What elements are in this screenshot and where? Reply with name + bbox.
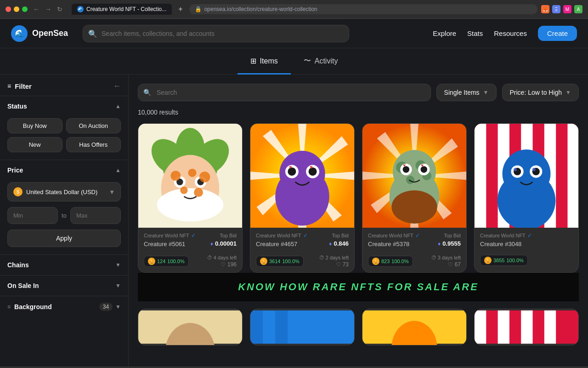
nft-name-4: Creature #3048 — [480, 241, 521, 247]
nft-image-3: ♥ ♥ — [362, 124, 466, 228]
add-tab-button[interactable]: + — [175, 4, 185, 14]
nft-bottom-3: 🏆 823 100.0% ⏱ 3 days left ♡ 67 — [362, 252, 466, 272]
nft-card-1[interactable]: Creature World NFT ✓ Top Bid Creature #5… — [138, 123, 243, 273]
price-section-header[interactable]: Price ▲ — [0, 160, 128, 180]
price-chevron: ▲ — [115, 167, 121, 173]
currency-dropdown[interactable]: $ United States Dollar (USD) ▼ — [7, 182, 121, 201]
tab-bar: 🌊 Creature World NFT - Collectio... + — [72, 4, 186, 15]
content-search-icon: 🔍 — [143, 89, 151, 96]
browser-actions: 🦊 Ξ M A — [541, 5, 582, 13]
status-section: Status ▲ Buy Now On Auction New Has Offe… — [0, 96, 128, 160]
on-sale-section-header[interactable]: On Sale In ▼ — [0, 276, 128, 296]
price-label-1: Top Bid — [220, 233, 237, 238]
svg-point-15 — [180, 187, 187, 194]
extension-icon-3[interactable]: M — [563, 5, 571, 13]
active-tab[interactable]: 🌊 Creature World NFT - Collectio... — [72, 4, 172, 15]
header-search-input[interactable] — [83, 25, 349, 42]
svg-point-47 — [406, 176, 414, 184]
nav-resources[interactable]: Resources — [494, 29, 527, 37]
forward-button[interactable]: → — [43, 5, 53, 14]
time-left-2: ⏱ 2 days left — [319, 255, 349, 260]
extension-icon-1[interactable]: 🦊 — [541, 5, 549, 13]
price-sort-dropdown[interactable]: Price: Low to High ▼ — [502, 84, 579, 101]
rarity-pct-1: 100.0% — [167, 259, 184, 264]
price-max-input[interactable] — [70, 207, 121, 224]
nft-name-3: Creature #5378 — [368, 241, 409, 247]
nav-create[interactable]: Create — [538, 26, 577, 41]
rarity-icon-2: 🏆 — [260, 258, 267, 265]
content-area: 🔍 Single Items ▼ Price: Low to High ▼ 10… — [129, 75, 588, 367]
status-section-header[interactable]: Status ▲ — [0, 96, 128, 116]
apply-button[interactable]: Apply — [7, 230, 121, 247]
price-min-input[interactable] — [7, 207, 58, 224]
sidebar: ≡ Filter ← Status ▲ Buy Now On Auction N… — [0, 75, 129, 367]
back-button[interactable]: ← — [31, 5, 41, 14]
nav-explore[interactable]: Explore — [433, 29, 456, 37]
price-to-label: to — [62, 212, 67, 219]
content-toolbar: 🔍 Single Items ▼ Price: Low to High ▼ — [138, 84, 579, 101]
svg-text:♥: ♥ — [289, 164, 292, 170]
buy-now-button[interactable]: Buy Now — [7, 118, 62, 133]
svg-rect-81 — [544, 310, 556, 344]
single-items-chevron: ▼ — [483, 89, 489, 96]
on-auction-button[interactable]: On Auction — [66, 118, 121, 133]
nft-card-partial-3[interactable] — [362, 309, 467, 345]
nft-collection-2: Creature World NFT ✓ Top Bid — [256, 232, 349, 239]
nft-card-partial-1[interactable] — [138, 309, 243, 345]
verified-badge-2: ✓ — [303, 232, 308, 239]
nft-card-3[interactable]: ♥ ♥ Creature World NFT ✓ Top Bid — [362, 123, 467, 273]
svg-rect-57 — [475, 124, 486, 228]
nft-price-3: ♦0.9555 — [438, 240, 461, 247]
collection-name-2: Creature World NFT — [256, 233, 301, 238]
grid-icon: ⊞ — [250, 57, 256, 65]
content-search-input[interactable] — [138, 84, 431, 101]
usd-icon: $ — [13, 187, 23, 196]
background-count: 34 — [99, 303, 113, 311]
nft-image-1 — [138, 124, 242, 228]
nft-collection-1: Creature World NFT ✓ Top Bid — [144, 232, 237, 239]
page-tabs: ⊞ Items 〜 Activity — [0, 48, 588, 75]
time-left-1: ⏱ 4 days left — [207, 255, 237, 260]
extension-icon-2[interactable]: Ξ — [552, 5, 560, 13]
svg-rect-80 — [521, 310, 532, 344]
nft-bottom-4: 🏆 3855 100.0% — [475, 252, 578, 270]
background-section-header[interactable]: ≡ Background 34 ▼ — [0, 296, 128, 317]
svg-point-63 — [503, 150, 551, 198]
logo-icon: 🌊 — [11, 25, 28, 42]
nft-bottom-1: 🏆 124 100.0% ⏱ 4 days left ♡ 196 — [138, 252, 242, 272]
browser-chrome: ← → ↻ 🌊 Creature World NFT - Collectio..… — [0, 0, 588, 19]
chains-section-header[interactable]: Chains ▼ — [0, 255, 128, 275]
single-items-label: Single Items — [444, 89, 480, 96]
svg-point-7 — [157, 188, 224, 221]
chains-section: Chains ▼ — [0, 254, 128, 275]
address-bar[interactable]: 🔒 opensea.io/collection/creature-world-c… — [189, 4, 537, 14]
single-items-dropdown[interactable]: Single Items ▼ — [436, 84, 497, 101]
header-search-bar: 🔍 — [83, 25, 349, 42]
rarity-badge-3: 🏆 823 100.0% — [368, 256, 413, 267]
extension-icon-4[interactable]: A — [574, 5, 582, 13]
tab-activity[interactable]: 〜 Activity — [291, 49, 351, 75]
main-layout: ≡ Filter ← Status ▲ Buy Now On Auction N… — [0, 75, 588, 367]
reload-button[interactable]: ↻ — [55, 5, 64, 14]
maximize-button[interactable] — [22, 6, 28, 12]
has-offers-button[interactable]: Has Offers — [66, 137, 121, 152]
minimize-button[interactable] — [14, 6, 19, 12]
on-sale-section: On Sale In ▼ — [0, 275, 128, 296]
svg-point-69 — [532, 168, 536, 171]
logo[interactable]: 🌊 OpenSea — [11, 25, 68, 42]
collection-name-4: Creature World NFT — [480, 233, 526, 238]
nav-stats[interactable]: Stats — [467, 29, 483, 37]
rarity-icon-1: 🏆 — [148, 258, 155, 265]
collapse-sidebar-button[interactable]: ← — [113, 82, 121, 90]
nft-collection-4: Creature World NFT ✓ — [480, 232, 573, 239]
nft-card-4[interactable]: Creature World NFT ✓ Creature #3048 🏆 38… — [474, 123, 579, 273]
nft-card-2[interactable]: ♥ ♥ Creature World NFT ✓ Top Bid Creatur… — [250, 123, 355, 273]
close-button[interactable] — [6, 6, 11, 12]
new-button[interactable]: New — [7, 137, 62, 152]
nft-card-partial-2[interactable] — [250, 309, 355, 345]
like-row-2: ♡ 73 — [336, 261, 349, 268]
tab-items[interactable]: ⊞ Items — [237, 49, 291, 75]
nft-card-partial-4[interactable] — [474, 309, 579, 345]
background-label: Background — [14, 303, 52, 310]
likes-3: 67 — [455, 261, 461, 268]
